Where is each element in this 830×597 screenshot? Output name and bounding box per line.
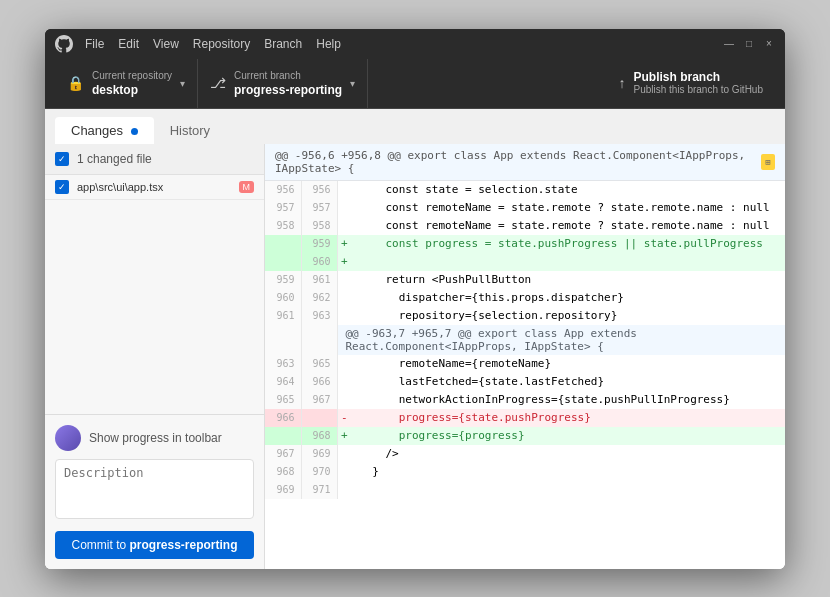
commit-button[interactable]: Commit to progress-reporting	[55, 531, 254, 559]
diff-sign	[337, 391, 351, 409]
line-content: const progress = state.pushProgress || s…	[351, 235, 785, 253]
line-num-new: 957	[301, 199, 337, 217]
line-num-old: 965	[265, 391, 301, 409]
diff-line: 969 971	[265, 481, 785, 499]
diff-sign	[337, 445, 351, 463]
file-checkbox[interactable]: ✓	[55, 180, 69, 194]
line-num-old	[265, 253, 301, 271]
close-button[interactable]: ×	[763, 38, 775, 50]
current-repo-section[interactable]: 🔒 Current repository desktop ▾	[55, 59, 198, 108]
diff-line: 964 966 lastFetched={state.lastFetched}	[265, 373, 785, 391]
diff-line-removed: 966 - progress={state.pushProgress}	[265, 409, 785, 427]
line-num-new	[301, 409, 337, 427]
maximize-button[interactable]: □	[743, 38, 755, 50]
diff-sign: -	[337, 409, 351, 427]
diff-hunk-header: @@ -963,7 +965,7 @@ export class App ext…	[265, 325, 785, 355]
line-content: repository={selection.repository}	[351, 307, 785, 325]
diff-line-added: 960 +	[265, 253, 785, 271]
line-num-new: 968	[301, 427, 337, 445]
menu-edit[interactable]: Edit	[118, 37, 139, 51]
select-all-checkbox[interactable]: ✓	[55, 152, 69, 166]
line-num-old: 966	[265, 409, 301, 427]
avatar-image	[55, 425, 81, 451]
tab-changes-label: Changes	[71, 123, 123, 138]
menu-branch[interactable]: Branch	[264, 37, 302, 51]
line-content: progress={state.pushProgress}	[351, 409, 785, 427]
diff-sign: +	[337, 253, 351, 271]
commit-branch-name: progress-reporting	[130, 538, 238, 552]
line-content	[351, 481, 785, 499]
line-num-new: 960	[301, 253, 337, 271]
tab-history[interactable]: History	[154, 117, 226, 144]
diff-sign	[337, 373, 351, 391]
tab-changes[interactable]: Changes	[55, 117, 154, 144]
commit-user: Show progress in toolbar	[55, 425, 254, 451]
branch-name: progress-reporting	[234, 83, 342, 97]
minimize-button[interactable]: —	[723, 38, 735, 50]
branch-icon: ⎇	[210, 75, 226, 91]
diff-sign: +	[337, 427, 351, 445]
menu-repository[interactable]: Repository	[193, 37, 250, 51]
toolbar: 🔒 Current repository desktop ▾ ⎇ Current…	[45, 59, 785, 109]
line-num-new: 956	[301, 181, 337, 199]
diff-line: 967 969 />	[265, 445, 785, 463]
hunk-header-text-1: @@ -956,6 +956,8 @@ export class App ext…	[275, 149, 761, 175]
current-branch-section[interactable]: ⎇ Current branch progress-reporting ▾	[198, 59, 368, 108]
diff-sign	[337, 199, 351, 217]
commit-button-text: Commit to	[71, 538, 129, 552]
publish-text: Publish branch Publish this branch to Gi…	[633, 70, 763, 97]
diff-sign	[337, 481, 351, 499]
titlebar-left: File Edit View Repository Branch Help	[55, 35, 341, 53]
changed-count: 1 changed file	[77, 152, 152, 166]
list-item[interactable]: ✓ app\src\ui\app.tsx M	[45, 175, 264, 200]
line-num-old: 963	[265, 355, 301, 373]
line-num-old: 957	[265, 199, 301, 217]
diff-line: 965 967 networkActionInProgress={state.p…	[265, 391, 785, 409]
branch-arrow-icon: ▾	[350, 78, 355, 89]
menu-help[interactable]: Help	[316, 37, 341, 51]
line-content: progress={progress}	[351, 427, 785, 445]
commit-area: Show progress in toolbar Commit to progr…	[45, 414, 264, 569]
diff-sign	[337, 181, 351, 199]
diff-table: 956 956 const state = selection.state 95…	[265, 181, 785, 499]
diff-line: 961 963 repository={selection.repository…	[265, 307, 785, 325]
diff-sign	[337, 463, 351, 481]
line-content: return <PushPullButton	[351, 271, 785, 289]
diff-line: 956 956 const state = selection.state	[265, 181, 785, 199]
line-num-old: 960	[265, 289, 301, 307]
diff-corner-button[interactable]: ⊞	[761, 154, 775, 170]
diff-sign	[337, 271, 351, 289]
line-num-new: 966	[301, 373, 337, 391]
menu-file[interactable]: File	[85, 37, 104, 51]
branch-text: Current branch progress-reporting	[234, 70, 342, 97]
line-num-new: 971	[301, 481, 337, 499]
line-num-new: 967	[301, 391, 337, 409]
line-content: dispatcher={this.props.dispatcher}	[351, 289, 785, 307]
diff-panel: @@ -956,6 +956,8 @@ export class App ext…	[265, 144, 785, 569]
avatar	[55, 425, 81, 451]
tab-history-label: History	[170, 123, 210, 138]
file-badge: M	[239, 181, 255, 193]
line-num-old	[265, 235, 301, 253]
line-num-old: 956	[265, 181, 301, 199]
line-num-old: 958	[265, 217, 301, 235]
publish-section[interactable]: ↑ Publish branch Publish this branch to …	[606, 59, 775, 108]
branch-label: Current branch	[234, 70, 342, 81]
menu-view[interactable]: View	[153, 37, 179, 51]
diff-sign	[337, 307, 351, 325]
changes-dot	[131, 128, 138, 135]
file-path: app\src\ui\app.tsx	[77, 181, 239, 193]
publish-label: Publish branch	[633, 70, 763, 84]
check-icon: ✓	[58, 182, 66, 192]
main-content: ✓ 1 changed file ✓ app\src\ui\app.tsx M	[45, 144, 785, 569]
diff-line: 959 961 return <PushPullButton	[265, 271, 785, 289]
line-num-old	[265, 325, 301, 355]
line-num-new: 969	[301, 445, 337, 463]
diff-line: 960 962 dispatcher={this.props.dispatche…	[265, 289, 785, 307]
line-content: />	[351, 445, 785, 463]
diff-line-added: 959 + const progress = state.pushProgres…	[265, 235, 785, 253]
publish-sub: Publish this branch to GitHub	[633, 84, 763, 95]
diff-sign	[337, 355, 351, 373]
diff-sign	[337, 289, 351, 307]
description-input[interactable]	[55, 459, 254, 519]
